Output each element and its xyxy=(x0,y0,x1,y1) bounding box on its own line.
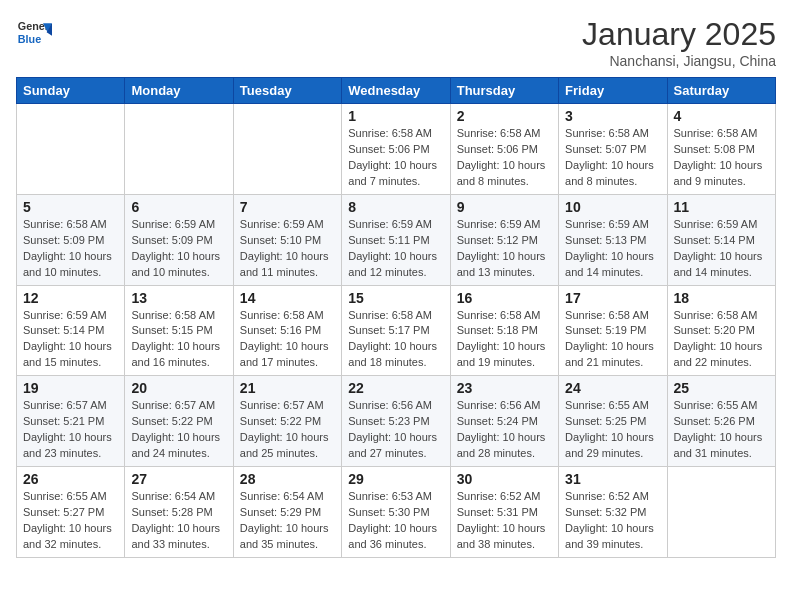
calendar-cell: 23Sunrise: 6:56 AM Sunset: 5:24 PM Dayli… xyxy=(450,376,558,467)
day-info: Sunrise: 6:52 AM Sunset: 5:31 PM Dayligh… xyxy=(457,489,552,553)
day-number: 8 xyxy=(348,199,443,215)
calendar-cell: 18Sunrise: 6:58 AM Sunset: 5:20 PM Dayli… xyxy=(667,285,775,376)
calendar-cell xyxy=(233,104,341,195)
day-info: Sunrise: 6:53 AM Sunset: 5:30 PM Dayligh… xyxy=(348,489,443,553)
day-info: Sunrise: 6:54 AM Sunset: 5:28 PM Dayligh… xyxy=(131,489,226,553)
calendar-cell: 16Sunrise: 6:58 AM Sunset: 5:18 PM Dayli… xyxy=(450,285,558,376)
day-info: Sunrise: 6:58 AM Sunset: 5:07 PM Dayligh… xyxy=(565,126,660,190)
weekday-thursday: Thursday xyxy=(450,78,558,104)
title-block: January 2025 Nanchansi, Jiangsu, China xyxy=(582,16,776,69)
calendar-cell: 29Sunrise: 6:53 AM Sunset: 5:30 PM Dayli… xyxy=(342,467,450,558)
calendar-cell xyxy=(667,467,775,558)
calendar-cell: 28Sunrise: 6:54 AM Sunset: 5:29 PM Dayli… xyxy=(233,467,341,558)
day-number: 17 xyxy=(565,290,660,306)
day-number: 5 xyxy=(23,199,118,215)
day-info: Sunrise: 6:58 AM Sunset: 5:18 PM Dayligh… xyxy=(457,308,552,372)
day-number: 1 xyxy=(348,108,443,124)
calendar-cell: 19Sunrise: 6:57 AM Sunset: 5:21 PM Dayli… xyxy=(17,376,125,467)
day-number: 15 xyxy=(348,290,443,306)
calendar-cell: 8Sunrise: 6:59 AM Sunset: 5:11 PM Daylig… xyxy=(342,194,450,285)
calendar-cell: 5Sunrise: 6:58 AM Sunset: 5:09 PM Daylig… xyxy=(17,194,125,285)
day-number: 9 xyxy=(457,199,552,215)
day-info: Sunrise: 6:58 AM Sunset: 5:17 PM Dayligh… xyxy=(348,308,443,372)
calendar-cell: 10Sunrise: 6:59 AM Sunset: 5:13 PM Dayli… xyxy=(559,194,667,285)
calendar-cell: 4Sunrise: 6:58 AM Sunset: 5:08 PM Daylig… xyxy=(667,104,775,195)
calendar-cell: 14Sunrise: 6:58 AM Sunset: 5:16 PM Dayli… xyxy=(233,285,341,376)
day-info: Sunrise: 6:58 AM Sunset: 5:08 PM Dayligh… xyxy=(674,126,769,190)
day-number: 2 xyxy=(457,108,552,124)
day-info: Sunrise: 6:59 AM Sunset: 5:11 PM Dayligh… xyxy=(348,217,443,281)
week-row-5: 26Sunrise: 6:55 AM Sunset: 5:27 PM Dayli… xyxy=(17,467,776,558)
day-number: 18 xyxy=(674,290,769,306)
day-number: 20 xyxy=(131,380,226,396)
day-info: Sunrise: 6:59 AM Sunset: 5:14 PM Dayligh… xyxy=(23,308,118,372)
day-number: 12 xyxy=(23,290,118,306)
day-number: 4 xyxy=(674,108,769,124)
day-number: 23 xyxy=(457,380,552,396)
weekday-sunday: Sunday xyxy=(17,78,125,104)
calendar-cell: 13Sunrise: 6:58 AM Sunset: 5:15 PM Dayli… xyxy=(125,285,233,376)
day-number: 3 xyxy=(565,108,660,124)
day-info: Sunrise: 6:55 AM Sunset: 5:27 PM Dayligh… xyxy=(23,489,118,553)
day-number: 25 xyxy=(674,380,769,396)
day-info: Sunrise: 6:57 AM Sunset: 5:22 PM Dayligh… xyxy=(131,398,226,462)
calendar-cell: 25Sunrise: 6:55 AM Sunset: 5:26 PM Dayli… xyxy=(667,376,775,467)
calendar-table: SundayMondayTuesdayWednesdayThursdayFrid… xyxy=(16,77,776,558)
week-row-3: 12Sunrise: 6:59 AM Sunset: 5:14 PM Dayli… xyxy=(17,285,776,376)
day-number: 7 xyxy=(240,199,335,215)
calendar-cell: 30Sunrise: 6:52 AM Sunset: 5:31 PM Dayli… xyxy=(450,467,558,558)
day-number: 16 xyxy=(457,290,552,306)
weekday-header-row: SundayMondayTuesdayWednesdayThursdayFrid… xyxy=(17,78,776,104)
day-info: Sunrise: 6:59 AM Sunset: 5:10 PM Dayligh… xyxy=(240,217,335,281)
day-info: Sunrise: 6:58 AM Sunset: 5:06 PM Dayligh… xyxy=(348,126,443,190)
day-number: 26 xyxy=(23,471,118,487)
day-number: 30 xyxy=(457,471,552,487)
week-row-2: 5Sunrise: 6:58 AM Sunset: 5:09 PM Daylig… xyxy=(17,194,776,285)
day-info: Sunrise: 6:59 AM Sunset: 5:14 PM Dayligh… xyxy=(674,217,769,281)
day-number: 10 xyxy=(565,199,660,215)
calendar-cell xyxy=(125,104,233,195)
calendar-cell: 11Sunrise: 6:59 AM Sunset: 5:14 PM Dayli… xyxy=(667,194,775,285)
week-row-4: 19Sunrise: 6:57 AM Sunset: 5:21 PM Dayli… xyxy=(17,376,776,467)
calendar-cell: 1Sunrise: 6:58 AM Sunset: 5:06 PM Daylig… xyxy=(342,104,450,195)
calendar-cell: 6Sunrise: 6:59 AM Sunset: 5:09 PM Daylig… xyxy=(125,194,233,285)
calendar-cell: 22Sunrise: 6:56 AM Sunset: 5:23 PM Dayli… xyxy=(342,376,450,467)
day-info: Sunrise: 6:56 AM Sunset: 5:24 PM Dayligh… xyxy=(457,398,552,462)
weekday-saturday: Saturday xyxy=(667,78,775,104)
calendar-cell: 31Sunrise: 6:52 AM Sunset: 5:32 PM Dayli… xyxy=(559,467,667,558)
day-info: Sunrise: 6:58 AM Sunset: 5:20 PM Dayligh… xyxy=(674,308,769,372)
calendar-cell: 27Sunrise: 6:54 AM Sunset: 5:28 PM Dayli… xyxy=(125,467,233,558)
day-number: 29 xyxy=(348,471,443,487)
calendar-cell: 21Sunrise: 6:57 AM Sunset: 5:22 PM Dayli… xyxy=(233,376,341,467)
day-number: 6 xyxy=(131,199,226,215)
day-number: 19 xyxy=(23,380,118,396)
day-info: Sunrise: 6:56 AM Sunset: 5:23 PM Dayligh… xyxy=(348,398,443,462)
day-info: Sunrise: 6:59 AM Sunset: 5:13 PM Dayligh… xyxy=(565,217,660,281)
week-row-1: 1Sunrise: 6:58 AM Sunset: 5:06 PM Daylig… xyxy=(17,104,776,195)
day-info: Sunrise: 6:57 AM Sunset: 5:21 PM Dayligh… xyxy=(23,398,118,462)
day-number: 21 xyxy=(240,380,335,396)
weekday-monday: Monday xyxy=(125,78,233,104)
weekday-wednesday: Wednesday xyxy=(342,78,450,104)
calendar-cell: 26Sunrise: 6:55 AM Sunset: 5:27 PM Dayli… xyxy=(17,467,125,558)
svg-text:Blue: Blue xyxy=(18,33,41,45)
month-title: January 2025 xyxy=(582,16,776,53)
calendar-cell: 7Sunrise: 6:59 AM Sunset: 5:10 PM Daylig… xyxy=(233,194,341,285)
day-info: Sunrise: 6:52 AM Sunset: 5:32 PM Dayligh… xyxy=(565,489,660,553)
weekday-tuesday: Tuesday xyxy=(233,78,341,104)
day-number: 27 xyxy=(131,471,226,487)
calendar-cell xyxy=(17,104,125,195)
day-info: Sunrise: 6:58 AM Sunset: 5:16 PM Dayligh… xyxy=(240,308,335,372)
day-info: Sunrise: 6:55 AM Sunset: 5:25 PM Dayligh… xyxy=(565,398,660,462)
calendar-cell: 3Sunrise: 6:58 AM Sunset: 5:07 PM Daylig… xyxy=(559,104,667,195)
weekday-friday: Friday xyxy=(559,78,667,104)
calendar-cell: 20Sunrise: 6:57 AM Sunset: 5:22 PM Dayli… xyxy=(125,376,233,467)
location-subtitle: Nanchansi, Jiangsu, China xyxy=(582,53,776,69)
day-info: Sunrise: 6:57 AM Sunset: 5:22 PM Dayligh… xyxy=(240,398,335,462)
calendar-cell: 12Sunrise: 6:59 AM Sunset: 5:14 PM Dayli… xyxy=(17,285,125,376)
logo: General Blue xyxy=(16,16,52,52)
day-number: 24 xyxy=(565,380,660,396)
day-info: Sunrise: 6:55 AM Sunset: 5:26 PM Dayligh… xyxy=(674,398,769,462)
calendar-cell: 15Sunrise: 6:58 AM Sunset: 5:17 PM Dayli… xyxy=(342,285,450,376)
day-info: Sunrise: 6:58 AM Sunset: 5:09 PM Dayligh… xyxy=(23,217,118,281)
